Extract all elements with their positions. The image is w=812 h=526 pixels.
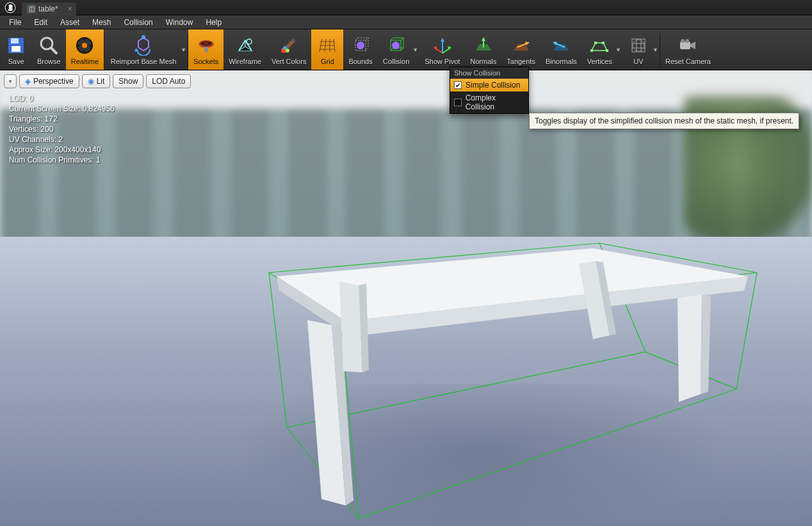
menu-help[interactable]: Help [199, 17, 228, 28]
tab-title: table* [38, 4, 58, 13]
svg-rect-3 [12, 46, 20, 52]
browse-button[interactable]: Browse [32, 29, 66, 70]
svg-point-55 [685, 39, 689, 43]
chevron-down-icon[interactable]: ▼ [181, 47, 186, 53]
bounds-button[interactable]: Bounds [343, 29, 377, 70]
viewport[interactable]: ▼ ◈Perspective ◉Lit Show LOD Auto LOD: 0… [0, 70, 812, 526]
menu-asset[interactable]: Asset [54, 17, 86, 28]
svg-point-7 [82, 43, 87, 48]
svg-point-18 [205, 44, 207, 46]
stat-approxsize: Approx Size: 200x400x140 [9, 145, 115, 155]
menu-edit[interactable]: Edit [28, 17, 54, 28]
collision-icon [385, 35, 407, 56]
svg-marker-69 [339, 282, 362, 372]
svg-rect-19 [204, 47, 208, 52]
collision-button[interactable]: Collision ▼ [378, 29, 420, 70]
grid-button[interactable]: Grid [311, 29, 343, 70]
svg-point-25 [392, 42, 400, 49]
cube-icon: ◈ [25, 77, 31, 86]
svg-rect-46 [632, 39, 645, 52]
vertcolors-icon [278, 35, 300, 56]
lit-icon: ◉ [88, 77, 94, 86]
collision-dropdown-header: Show Collision [450, 67, 528, 79]
show-button[interactable]: Show [113, 74, 143, 88]
stat-collisionprim: Num Collision Primitives: 1 [9, 155, 115, 165]
svg-point-24 [357, 42, 364, 49]
lod-button[interactable]: LOD Auto [146, 74, 191, 88]
menu-window[interactable]: Window [159, 17, 200, 28]
pivot-icon [432, 35, 453, 56]
normals-button[interactable]: Normals [465, 29, 501, 70]
camera-icon [677, 35, 699, 56]
viewport-controls: ▼ ◈Perspective ◉Lit Show LOD Auto [4, 74, 191, 88]
wireframe-icon [234, 35, 256, 56]
viewport-menu-button[interactable]: ▼ [4, 74, 17, 88]
tangents-icon [510, 35, 532, 56]
showpivot-button[interactable]: Show Pivot [419, 29, 465, 70]
svg-marker-53 [690, 42, 695, 49]
svg-marker-29 [441, 38, 444, 42]
svg-marker-40 [553, 42, 557, 45]
titlebar: ◫ table* × [0, 0, 812, 15]
svg-rect-2 [11, 38, 19, 44]
svg-point-12 [142, 35, 145, 39]
vertcolors-button[interactable]: Vert Colors [266, 29, 311, 70]
chevron-down-icon[interactable]: ▼ [412, 47, 418, 53]
svg-point-23 [286, 49, 289, 52]
simple-collision-option[interactable]: ✔ Simple Collision [450, 79, 528, 92]
browse-icon [38, 35, 60, 56]
svg-marker-57 [287, 352, 736, 518]
svg-marker-67 [678, 294, 702, 402]
menubar: File Edit Asset Mesh Collision Window He… [0, 15, 812, 29]
stat-uvchannels: UV Channels: 2 [9, 134, 115, 145]
chevron-down-icon[interactable]: ▼ [653, 47, 658, 53]
svg-point-17 [208, 42, 211, 45]
uv-button[interactable]: UV ▼ [622, 29, 660, 70]
svg-rect-43 [606, 49, 608, 52]
bounds-icon [350, 35, 371, 56]
menu-collision[interactable]: Collision [117, 17, 159, 28]
sockets-button[interactable]: Sockets [188, 29, 223, 70]
vertices-icon [589, 35, 610, 56]
mesh-render [0, 70, 812, 526]
tangents-button[interactable]: Tangents [501, 29, 540, 70]
svg-point-16 [202, 42, 204, 45]
toolbar: Save Browse Realtime Reimport Base Mesh … [0, 29, 812, 70]
svg-line-58 [269, 273, 287, 427]
lit-button[interactable]: ◉Lit [82, 74, 111, 88]
close-tab-icon[interactable]: × [68, 4, 72, 13]
wireframe-button[interactable]: Wireframe [223, 29, 266, 70]
realtime-icon [74, 35, 95, 56]
realtime-button[interactable]: Realtime [66, 29, 104, 70]
stat-triangles: Triangles: 172 [9, 114, 115, 124]
resetcamera-button[interactable]: Reset Camera [660, 29, 716, 70]
svg-marker-41 [592, 43, 607, 51]
svg-point-51 [633, 40, 644, 51]
checkbox-unchecked-icon [454, 99, 462, 106]
stat-vertices: Vertices: 200 [9, 124, 115, 134]
asset-icon: ◫ [27, 4, 36, 13]
grid-icon [316, 35, 338, 56]
svg-line-5 [51, 48, 56, 53]
sockets-icon [195, 35, 217, 56]
menu-file[interactable]: File [3, 17, 28, 28]
document-tab[interactable]: ◫ table* × [22, 3, 76, 15]
table-mesh [277, 248, 748, 506]
svg-rect-45 [602, 42, 605, 44]
complex-collision-option[interactable]: Complex Collision [450, 92, 528, 113]
vertices-button[interactable]: Vertices ▼ [582, 29, 622, 70]
save-icon [5, 35, 27, 56]
chevron-down-icon[interactable]: ▼ [615, 47, 621, 53]
menu-mesh[interactable]: Mesh [86, 17, 117, 28]
uv-icon [628, 35, 649, 56]
reimport-button[interactable]: Reimport Base Mesh ▼ [104, 29, 188, 70]
save-button[interactable]: Save [0, 29, 32, 70]
checkbox-checked-icon: ✔ [454, 81, 462, 89]
perspective-button[interactable]: ◈Perspective [19, 74, 79, 88]
svg-marker-34 [482, 37, 485, 41]
svg-point-20 [247, 39, 252, 44]
svg-marker-68 [701, 294, 711, 394]
svg-rect-42 [590, 49, 593, 52]
chevron-down-icon: ▼ [8, 79, 13, 84]
binormals-button[interactable]: Binormals [540, 29, 582, 70]
